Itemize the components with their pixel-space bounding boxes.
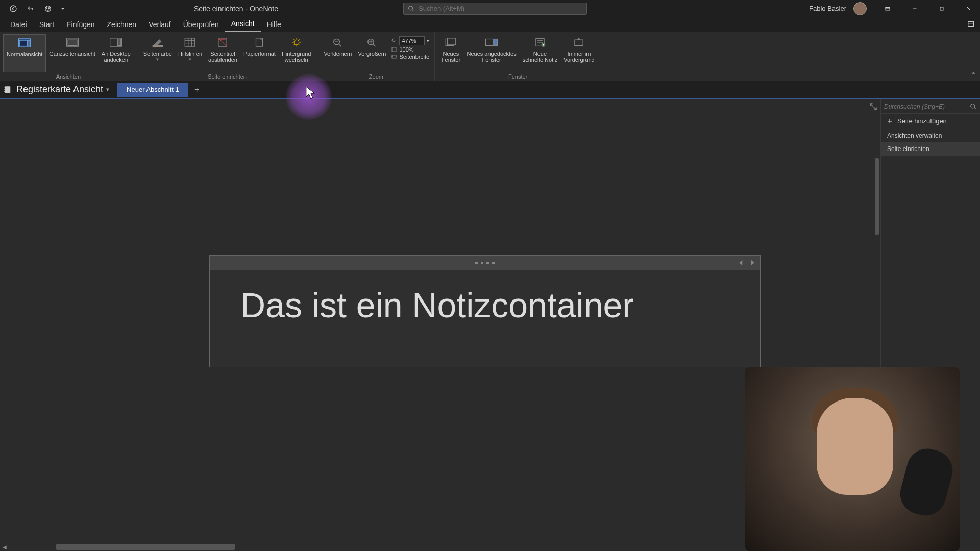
svg-rect-54 — [494, 39, 498, 46]
notebook-name[interactable]: Registerkarte Ansicht — [16, 84, 103, 95]
section-tab[interactable]: Neuer Abschnitt 1 — [117, 83, 188, 97]
close-button[interactable] — [957, 0, 980, 17]
hilfslinien-button[interactable]: Hilfslinien▾ — [175, 34, 205, 72]
page-list-item[interactable]: Ansichten verwalten — [881, 129, 980, 142]
hintergrund-wechseln-label: Hintergrund wechseln — [282, 51, 311, 63]
svg-rect-16 — [68, 40, 77, 45]
immer-im-vordergrund-icon — [571, 35, 587, 49]
ribbon-group-seite-einrichten: Seitenfarbe▾Hilfslinien▾Seitentitel ausb… — [137, 32, 318, 81]
verkleinern-icon — [330, 35, 346, 49]
note-prev-icon[interactable] — [737, 258, 746, 267]
zoom-100-button[interactable]: 100% — [391, 46, 429, 53]
add-section-button[interactable]: + — [190, 83, 204, 96]
expand-icon[interactable] — [869, 102, 878, 111]
grip-icon[interactable] — [475, 262, 495, 264]
papierformat-icon — [251, 35, 267, 49]
note-next-icon[interactable] — [748, 258, 757, 267]
note-text[interactable]: Das ist ein Notizcontainer — [240, 285, 729, 325]
svg-rect-20 — [185, 38, 195, 46]
menu-verlauf[interactable]: Verlauf — [142, 17, 177, 32]
search-bar[interactable] — [403, 3, 587, 15]
an-desktop-andocken-button[interactable]: An Desktop andocken — [99, 34, 134, 72]
seitenfarbe-icon — [150, 35, 166, 49]
username-label: Fabio Basler — [809, 5, 846, 12]
notebook-bar: Registerkarte Ansicht ▾ Neuer Abschnitt … — [0, 81, 980, 99]
svg-line-36 — [299, 39, 300, 40]
normalansicht-icon — [16, 36, 33, 50]
neues-fenster-button[interactable]: Neues Fenster — [438, 34, 463, 72]
vertical-scrollbar[interactable] — [875, 158, 879, 235]
notebook-dropdown-icon[interactable]: ▾ — [106, 86, 109, 93]
seitentitel-ausblenden-button[interactable]: Seitentitel ausblenden — [205, 34, 240, 72]
an-desktop-andocken-label: An Desktop andocken — [102, 51, 131, 63]
ganzseitenansicht-label: Ganzseitenansicht — [49, 51, 95, 57]
svg-point-1 — [45, 6, 51, 11]
page-search-input[interactable] — [884, 103, 970, 110]
minimize-button[interactable] — [903, 0, 926, 17]
chevron-down-icon: ▾ — [156, 57, 159, 62]
svg-rect-65 — [4, 91, 5, 92]
ribbon-group-zoom: VerkleinernVergrößern ▾ 100% Seitenbreit… — [317, 32, 435, 81]
papierformat-button[interactable]: Papierformat — [240, 34, 279, 72]
seitentitel-ausblenden-icon — [214, 35, 231, 49]
touch-mode-button[interactable] — [42, 3, 54, 15]
page-search[interactable] — [881, 99, 980, 114]
avatar[interactable] — [853, 2, 867, 15]
immer-im-vordergrund-button[interactable]: Immer im Vordergrund — [560, 34, 598, 72]
note-container[interactable]: Das ist ein Notizcontainer — [209, 255, 761, 367]
svg-rect-18 — [118, 39, 121, 46]
page-list-item[interactable]: Seite einrichten — [881, 142, 980, 156]
scroll-thumb[interactable] — [56, 544, 235, 550]
ganzseitenansicht-button[interactable]: Ganzseitenansicht — [46, 34, 99, 72]
svg-line-37 — [293, 44, 295, 45]
menu-überprüfen[interactable]: Überprüfen — [177, 17, 225, 32]
svg-rect-19 — [153, 46, 163, 47]
menu-start[interactable]: Start — [33, 17, 61, 32]
scroll-left-icon[interactable]: ◀ — [1, 543, 8, 550]
menu-hilfe[interactable]: Hilfe — [261, 17, 287, 32]
svg-point-29 — [294, 40, 299, 45]
hilfslinien-icon — [182, 35, 198, 49]
svg-rect-5 — [886, 7, 890, 8]
svg-rect-47 — [392, 47, 396, 52]
search-icon — [970, 103, 977, 110]
note-container-header[interactable] — [210, 256, 760, 270]
an-desktop-andocken-icon — [108, 35, 124, 49]
zoom-value-row[interactable]: ▾ — [391, 36, 429, 45]
group-caption: Seite einrichten — [208, 72, 247, 80]
svg-line-35 — [299, 44, 300, 45]
svg-rect-61 — [575, 40, 583, 45]
ribbon-display-button[interactable] — [876, 0, 899, 17]
undo-button[interactable] — [24, 3, 37, 15]
menu-ansicht[interactable]: Ansicht — [225, 16, 261, 32]
normalansicht-button[interactable]: Normalansicht — [3, 34, 46, 72]
menu-datei[interactable]: Datei — [4, 17, 33, 32]
svg-rect-64 — [4, 89, 5, 90]
svg-rect-62 — [5, 86, 11, 93]
menu-einfügen[interactable]: Einfügen — [60, 17, 101, 32]
neue-schnelle-notiz-button[interactable]: Neue schnelle Notiz — [520, 34, 560, 72]
back-button[interactable] — [7, 3, 19, 15]
zoom-pagewidth-button[interactable]: Seitenbreite — [391, 54, 429, 60]
collapse-ribbon-icon[interactable] — [970, 69, 977, 79]
ribbon-toggle-icon[interactable] — [967, 20, 975, 30]
neue-schnelle-notiz-label: Neue schnelle Notiz — [523, 51, 557, 63]
svg-line-39 — [339, 44, 341, 46]
menu-zeichnen[interactable]: Zeichnen — [101, 17, 143, 32]
maximize-button[interactable] — [930, 0, 953, 17]
svg-line-34 — [293, 39, 295, 40]
seitentitel-ausblenden-label: Seitentitel ausblenden — [208, 51, 237, 63]
neues-angedocktes-fenster-icon — [483, 35, 500, 49]
hintergrund-wechseln-button[interactable]: Hintergrund wechseln — [279, 34, 314, 72]
add-page-button[interactable]: Seite hinzufügen — [881, 114, 980, 129]
search-input[interactable] — [419, 5, 582, 12]
qat-dropdown[interactable] — [59, 3, 66, 15]
seitenfarbe-button[interactable]: Seitenfarbe▾ — [140, 34, 175, 72]
menubar: DateiStartEinfügenZeichnenVerlaufÜberprü… — [0, 17, 980, 32]
ribbon-group-ansichten: NormalansichtGanzseitenansichtAn Desktop… — [0, 32, 137, 81]
verkleinern-button[interactable]: Verkleinern — [321, 34, 355, 72]
zoom-input[interactable] — [399, 36, 425, 45]
vergroessern-button[interactable]: Vergrößern — [355, 34, 389, 72]
neues-angedocktes-fenster-button[interactable]: Neues angedocktes Fenster — [463, 34, 519, 72]
svg-rect-7 — [940, 7, 943, 10]
